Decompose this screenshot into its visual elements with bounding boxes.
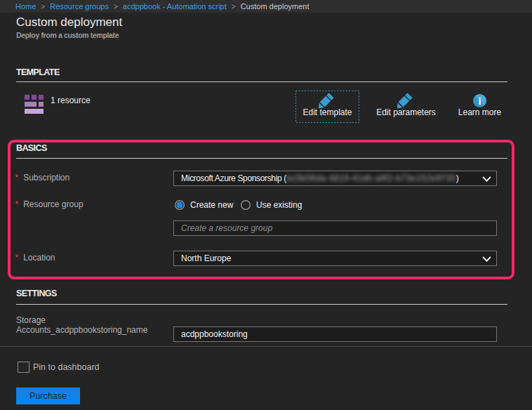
svg-text:i: i — [479, 96, 481, 107]
